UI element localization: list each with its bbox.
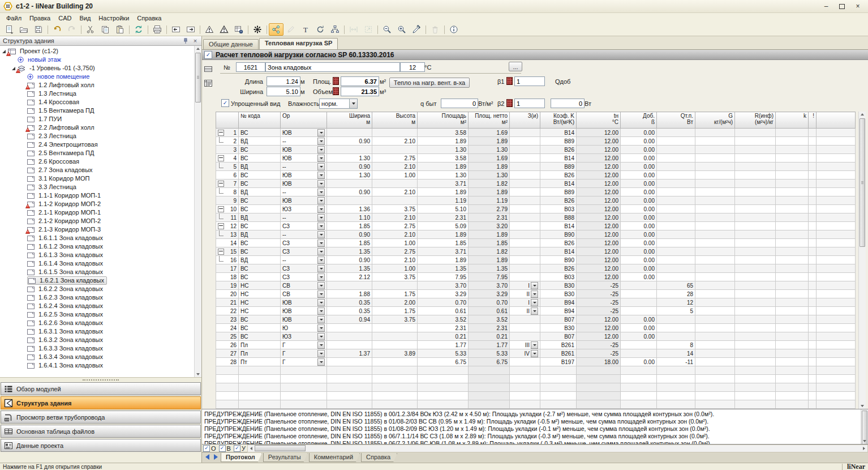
minimize-button[interactable]: – (822, 2, 831, 10)
value-cell[interactable]: 1.10 (327, 213, 372, 222)
tree-item-level[interactable]: -1 Уровень -01 (-3,750) (0, 64, 195, 72)
code-cell[interactable]: ВС (239, 332, 281, 341)
value-cell[interactable]: 1.35 (327, 264, 372, 273)
info-button[interactable] (446, 23, 461, 36)
code-cell[interactable]: ВС (239, 171, 281, 180)
tree-item-room[interactable]: 2.1-2 Коридор МОП-2 (0, 217, 195, 225)
value-cell[interactable]: 1.19 (469, 196, 510, 205)
chevron-down-icon[interactable] (531, 299, 538, 306)
tree-item-room[interactable]: 2.1-1 Коридор МОП-1 (0, 208, 195, 217)
value-cell[interactable]: 3.75 (372, 273, 418, 281)
orientation-cell[interactable]: ЮВ (281, 180, 327, 188)
value-cell[interactable] (372, 358, 418, 366)
value-cell[interactable] (657, 180, 695, 188)
zone-cell[interactable]: III (510, 341, 540, 349)
row-number-cell[interactable]: 6 (216, 171, 239, 180)
room-name-input[interactable] (265, 62, 400, 72)
column-header[interactable]: Высотам (372, 112, 418, 129)
code-cell[interactable]: ВС (239, 315, 281, 324)
row-number-cell[interactable]: 2 (216, 137, 239, 146)
table-row[interactable]: 22НСЮВ0.351.750.610.61IIB94-255 (216, 307, 856, 315)
dock-right-button[interactable] (183, 23, 198, 36)
value-cell[interactable] (657, 146, 695, 154)
value-cell[interactable] (327, 358, 372, 366)
orientation-cell[interactable]: -- (281, 137, 327, 146)
undo-button[interactable] (50, 23, 65, 36)
value-cell[interactable]: 2.12 (327, 273, 372, 281)
value-cell[interactable] (657, 222, 695, 230)
redo-button[interactable] (65, 23, 79, 36)
zone-cell[interactable] (510, 171, 540, 180)
value-cell[interactable]: 0.90 (327, 230, 372, 239)
value-cell[interactable]: 12.00 (577, 205, 621, 213)
zoom-out-button[interactable] (380, 23, 394, 36)
value-cell[interactable]: 0.00 (621, 256, 657, 264)
tree-expander-icon[interactable] (2, 50, 6, 53)
chevron-down-icon[interactable] (317, 350, 325, 357)
tree-item-room[interactable]: 1.6.3.3 Зона кладовых (0, 344, 195, 353)
warning-check-button[interactable] (217, 23, 231, 36)
value-cell[interactable]: 5 (657, 307, 695, 315)
value-cell[interactable]: 1.89 (469, 137, 510, 146)
value-cell[interactable]: 3.75 (372, 205, 418, 213)
value-cell[interactable]: 0.00 (621, 273, 657, 281)
column-header[interactable]: Qт.п.Вт (657, 112, 695, 129)
value-cell[interactable]: 1.30 (418, 146, 469, 154)
zone-cell[interactable] (510, 180, 540, 188)
pin-icon[interactable] (182, 38, 189, 44)
value-cell[interactable]: 0.35 (327, 307, 372, 315)
orientation-cell[interactable]: ЮЗ (281, 205, 327, 213)
table-row-empty[interactable] (216, 375, 856, 383)
value-cell[interactable]: 5.09 (418, 222, 469, 230)
column-header[interactable]: k (776, 112, 809, 129)
value-cell[interactable]: 1.89 (418, 230, 469, 239)
value-cell[interactable] (657, 205, 695, 213)
column-header[interactable]: Доб.ß (621, 112, 657, 129)
tree-item-room[interactable]: 1.6.1.5 Зона кладовых (0, 268, 195, 276)
value-cell[interactable]: 0.90 (327, 256, 372, 264)
value-cell[interactable]: B14 (540, 154, 577, 163)
draw-pencil-button[interactable] (283, 23, 298, 36)
tree-item-room[interactable]: 1.6.4.1 Зона кладовых (0, 361, 195, 370)
table-row[interactable]: 15ВССЗ1.352.753.711.82B1412.000.00 (216, 247, 856, 256)
table-row[interactable]: 19НССВ3.703.70IB30-2565 (216, 281, 856, 290)
chevron-down-icon[interactable] (531, 341, 538, 349)
column-header[interactable]: tн°C (577, 112, 621, 129)
value-cell[interactable]: 3.58 (418, 154, 469, 163)
value-cell[interactable] (372, 196, 418, 205)
next-tab-button[interactable] (212, 453, 220, 460)
row-number-cell[interactable]: 12 (216, 222, 239, 230)
chevron-down-icon[interactable] (317, 180, 325, 187)
chevron-down-icon[interactable] (317, 299, 325, 306)
value-cell[interactable]: 0.00 (621, 196, 657, 205)
zone-cell[interactable]: II (510, 307, 540, 315)
value-cell[interactable]: B197 (540, 358, 577, 366)
value-cell[interactable]: 12.00 (577, 247, 621, 256)
tree-item-add[interactable]: новый этаж (0, 55, 195, 64)
value-cell[interactable] (327, 129, 372, 137)
orientation-cell[interactable]: -- (281, 188, 327, 196)
chevron-down-icon[interactable] (531, 307, 538, 315)
column-header[interactable]: Ширинам (327, 112, 372, 129)
copy-button[interactable] (98, 23, 113, 36)
settings-gear-button[interactable] (250, 23, 265, 36)
value-cell[interactable]: 3.70 (469, 281, 510, 290)
table-row[interactable]: 2ВД--0.902.101.891.89B8912.000.00 (216, 137, 856, 146)
value-cell[interactable] (372, 146, 418, 154)
value-cell[interactable]: 0.00 (621, 315, 657, 324)
zone-cell[interactable]: I (510, 298, 540, 307)
table-row[interactable]: 9ВСЮВ1.191.19B2612.000.00 (216, 196, 856, 205)
value-cell[interactable]: B94 (540, 307, 577, 315)
code-cell[interactable]: ВД (239, 230, 281, 239)
row-number-cell[interactable]: 24 (216, 324, 239, 332)
value-cell[interactable]: 12.00 (577, 213, 621, 222)
open-file-button[interactable] (16, 23, 31, 36)
orientation-cell[interactable]: ЮВ (281, 146, 327, 154)
cut-button[interactable] (83, 23, 98, 36)
column-header[interactable]: R(инф)(м²ч)/кг (735, 112, 776, 129)
orientation-cell[interactable]: Г (281, 341, 327, 349)
value-cell[interactable]: -25 (577, 341, 621, 349)
value-cell[interactable]: 12.00 (577, 163, 621, 171)
qdob-input[interactable] (551, 99, 585, 108)
volume-input[interactable] (341, 87, 379, 96)
